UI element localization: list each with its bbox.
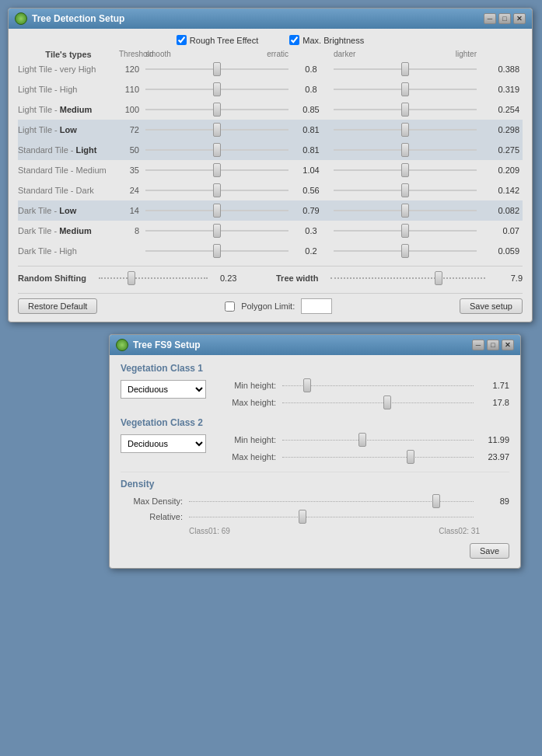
- slider1-thumb[interactable]: [213, 62, 221, 76]
- veg2-min-thumb[interactable]: [358, 433, 366, 447]
- slider1-thumb[interactable]: [213, 163, 221, 177]
- slider2-thumb[interactable]: [401, 224, 409, 238]
- rough-slider[interactable]: [145, 183, 288, 197]
- density-section: Density Max Density: 89 Relative: 0 Clas…: [121, 472, 509, 535]
- rough-slider[interactable]: [145, 143, 288, 157]
- max-density-slider[interactable]: [189, 496, 474, 507]
- close-button[interactable]: ✕: [513, 13, 526, 24]
- bottom-sliders-row: Random Shifting 0.23 Tree width 7.9: [18, 271, 523, 285]
- max-density-row: Max Density: 89: [121, 496, 509, 507]
- fs9-minimize-button[interactable]: ─: [472, 340, 484, 350]
- end-val: 0.059: [480, 246, 523, 256]
- threshold-val: 8: [119, 226, 142, 235]
- slider1-thumb[interactable]: [213, 183, 221, 197]
- veg2-title: Vegetation Class 2: [121, 417, 509, 428]
- veg2-max-row: Max height: 23.97: [222, 451, 509, 462]
- veg1-min-slider[interactable]: [282, 380, 474, 391]
- titlebar-controls: ─ □ ✕: [484, 13, 526, 24]
- brightness-slider[interactable]: [334, 123, 477, 137]
- rough-slider[interactable]: [145, 224, 288, 238]
- tile-name: Dark Tile - High: [18, 246, 119, 256]
- veg1-dropdown[interactable]: Deciduous Coniferous Mixed: [121, 380, 206, 399]
- slider2-thumb[interactable]: [401, 163, 409, 177]
- maximize-button[interactable]: □: [498, 13, 511, 24]
- brightness-slider[interactable]: [334, 143, 477, 157]
- polygon-limit-input[interactable]: 0: [301, 298, 332, 314]
- brightness-slider[interactable]: [334, 103, 477, 117]
- brightness-slider[interactable]: [334, 62, 477, 76]
- random-val: 0.23: [220, 273, 248, 283]
- veg1-max-thumb[interactable]: [383, 395, 391, 409]
- rough-slider[interactable]: [145, 163, 288, 177]
- fs9-close-button[interactable]: ✕: [502, 340, 514, 350]
- minimize-button[interactable]: ─: [484, 13, 496, 24]
- slider2-thumb[interactable]: [401, 82, 409, 96]
- tile-row: Standard Tile - Medium351.040.209: [18, 160, 523, 180]
- brightness-slider[interactable]: [334, 224, 477, 238]
- slider2-thumb[interactable]: [401, 103, 409, 117]
- brightness-slider[interactable]: [334, 82, 477, 96]
- slider2-thumb[interactable]: [401, 62, 409, 76]
- rough-slider[interactable]: [145, 123, 288, 137]
- tile-row: Light Tile - very High1200.80.388: [18, 59, 523, 79]
- veg1-max-val: 17.8: [480, 398, 509, 407]
- relative-thumb[interactable]: [299, 510, 306, 524]
- rough-slider[interactable]: [145, 244, 288, 258]
- slider1-thumb[interactable]: [213, 224, 221, 238]
- treewidth-slider-thumb[interactable]: [435, 271, 442, 285]
- treewidth-slider-track[interactable]: [330, 271, 485, 285]
- tds-window: Tree Detection Setup ─ □ ✕ Rough Tree Ef…: [8, 8, 533, 322]
- brightness-slider[interactable]: [334, 244, 477, 258]
- tile-rows: Light Tile - very High1200.80.388Light T…: [18, 59, 523, 261]
- slider1-thumb[interactable]: [213, 82, 221, 96]
- slider1-thumb[interactable]: [213, 123, 221, 137]
- relative-slider[interactable]: [189, 511, 474, 522]
- end-val: 0.142: [480, 186, 523, 195]
- rough-slider[interactable]: [145, 82, 288, 96]
- col-end-space: [480, 50, 523, 59]
- max-brightness-checkbox[interactable]: [289, 35, 299, 45]
- veg1-content: Deciduous Coniferous Mixed Min height: 1…: [121, 380, 509, 408]
- veg1-dropdown-wrap: Deciduous Coniferous Mixed: [121, 380, 206, 399]
- random-slider-track[interactable]: [99, 271, 208, 285]
- veg2-min-label: Min height:: [222, 435, 276, 444]
- veg2-max-slider[interactable]: [282, 451, 474, 462]
- slider2-thumb[interactable]: [401, 244, 409, 258]
- save-setup-button[interactable]: Save setup: [460, 298, 523, 314]
- polygon-limit-checkbox[interactable]: [225, 301, 235, 312]
- slider2-thumb[interactable]: [401, 123, 409, 137]
- brightness-slider[interactable]: [334, 204, 477, 218]
- max-brightness-label[interactable]: Max. Brightness: [289, 35, 364, 45]
- col-threshold-header: Threshold: [119, 50, 142, 59]
- relative-line: [189, 517, 474, 517]
- brightness-slider[interactable]: [334, 183, 477, 197]
- fs9-save-button[interactable]: Save: [470, 543, 509, 559]
- veg2-max-thumb[interactable]: [407, 450, 414, 464]
- fs9-maximize-button[interactable]: □: [487, 340, 499, 350]
- end-val: 0.254: [480, 105, 523, 114]
- max-density-thumb[interactable]: [432, 494, 440, 508]
- restore-default-button[interactable]: Restore Default: [18, 298, 97, 314]
- slider2-thumb[interactable]: [401, 183, 409, 197]
- veg1-title: Vegetation Class 1: [121, 363, 509, 374]
- rough-slider[interactable]: [145, 103, 288, 117]
- slider1-thumb[interactable]: [213, 143, 221, 157]
- slider1-thumb[interactable]: [213, 103, 221, 117]
- tile-name: Standard Tile - Medium: [18, 165, 119, 175]
- random-slider-thumb[interactable]: [128, 271, 135, 285]
- veg1-max-slider[interactable]: [282, 397, 474, 408]
- tds-title: Tree Detection Setup: [32, 13, 124, 24]
- veg2-dropdown[interactable]: Deciduous Coniferous Mixed: [121, 434, 206, 453]
- slider1-thumb[interactable]: [213, 244, 221, 258]
- slider2-thumb[interactable]: [401, 143, 409, 157]
- rough-tree-label[interactable]: Rough Tree Effect: [177, 35, 258, 45]
- slider2-thumb[interactable]: [401, 204, 409, 218]
- rough-slider[interactable]: [145, 204, 288, 218]
- veg1-min-thumb[interactable]: [303, 378, 311, 392]
- rough-slider[interactable]: [145, 62, 288, 76]
- slider1-thumb[interactable]: [213, 204, 221, 218]
- max-density-line: [189, 501, 474, 502]
- brightness-slider[interactable]: [334, 163, 477, 177]
- rough-tree-checkbox[interactable]: [177, 35, 187, 45]
- veg2-min-slider[interactable]: [282, 434, 474, 445]
